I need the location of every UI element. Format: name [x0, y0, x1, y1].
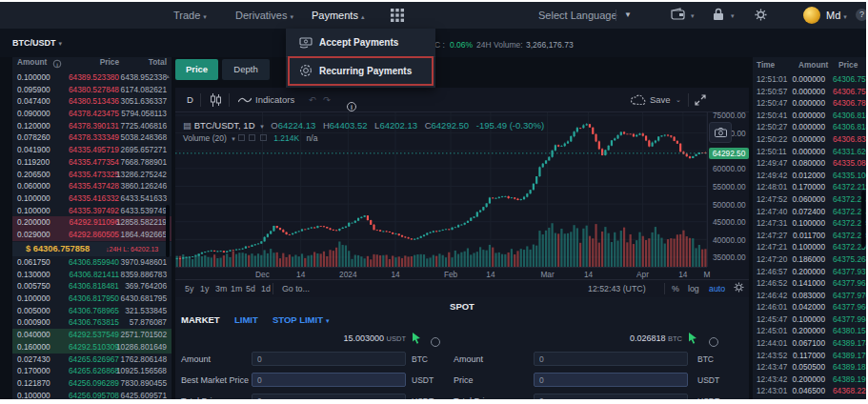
tab-price[interactable]: Price	[175, 59, 218, 80]
buy-price-input[interactable]	[252, 373, 406, 387]
unit-label: BTC	[412, 354, 428, 364]
range-button-1m[interactable]: 1m	[231, 280, 242, 297]
scrollbar[interactable]	[166, 205, 170, 257]
cursor-pointer-icon	[688, 333, 698, 344]
sell-price-input[interactable]	[534, 373, 688, 387]
order-book-row[interactable]: 0.16000064292.51030910286.801649	[12, 341, 172, 354]
info-icon[interactable]	[709, 333, 718, 351]
scroll-up-icon[interactable]: ▲	[165, 73, 171, 79]
help-icon[interactable]: ?	[856, 9, 866, 21]
lock-icon[interactable]	[713, 8, 724, 21]
order-book-row[interactable]: 0.11920064335.4773547668.788901	[12, 156, 172, 169]
tab-stop-limit[interactable]: STOP LIMIT▾	[273, 314, 329, 325]
asks-list: 0.10000064389.5233806438.9523380.0959006…	[12, 71, 172, 241]
order-book-row[interactable]: 0.20000064292.91109612858.582219	[12, 216, 172, 229]
goto-button[interactable]: Go to...	[282, 280, 310, 297]
order-book-row[interactable]: 0.10000064256.0957086425.609571	[12, 390, 172, 399]
order-book-row[interactable]: 0.12187064256.0962897830.890455	[12, 377, 172, 390]
buy-total-input[interactable]	[252, 394, 406, 399]
order-book-row[interactable]: 0.20650064335.47332513286.275242	[12, 169, 172, 181]
order-book-row[interactable]: 0.04740064380.5134363051.636337	[12, 95, 172, 108]
clock[interactable]: 12:52:43 (UTC)	[588, 280, 646, 297]
close-icon[interactable]	[260, 134, 267, 141]
candle-style-icon[interactable]	[210, 93, 222, 107]
order-book-row[interactable]: 0.09000064378.4234755794.058113	[12, 108, 172, 120]
sell-amount-input[interactable]	[534, 352, 688, 366]
undo-icon[interactable]: ↶	[309, 88, 316, 112]
info-icon[interactable]: i	[431, 333, 440, 351]
menu-item-accept-payments[interactable]: Accept Payments	[286, 29, 435, 57]
divider	[273, 283, 273, 294]
buy-amount-input[interactable]	[252, 352, 406, 366]
order-book-row[interactable]: 0.09590064380.5278486174.082621	[12, 84, 172, 96]
change-value: -195.49 (-0.30%)	[476, 120, 544, 131]
order-book-row[interactable]: 0.06000064335.4374283860.126246	[12, 180, 172, 192]
select-language[interactable]: Select Language	[538, 2, 617, 29]
order-book-row[interactable]: 0.07826064378.3333495038.248368	[12, 131, 172, 144]
order-book-row[interactable]: 0.12000064378.3901317725.406816	[12, 120, 172, 132]
range-button-5d[interactable]: 5d	[246, 280, 255, 297]
nav-payments[interactable]: Payments▴	[312, 2, 364, 29]
divider	[616, 10, 616, 21]
language-caret-icon[interactable]: ▼	[624, 2, 632, 29]
fullscreen-icon[interactable]	[695, 94, 706, 106]
trade-row: 12:47:270.01170064372.249898	[753, 230, 866, 242]
time-axis[interactable]: Dec14202414Feb14Mar14Apr14M	[175, 267, 707, 279]
percent-scale-button[interactable]: %	[672, 280, 679, 297]
divider	[688, 93, 689, 107]
price-axis-label: 60000.00	[713, 164, 746, 173]
scrollbar[interactable]	[861, 191, 865, 248]
screenshot-frame: Trade▾ Derivatives▾ Payments▴ Select Lan…	[0, 0, 868, 404]
eye-icon[interactable]	[238, 134, 245, 141]
interval-button[interactable]: D	[187, 88, 193, 112]
wallet-icon[interactable]	[671, 8, 685, 20]
screenshot-camera-icon[interactable]	[709, 122, 732, 143]
pair-selector[interactable]: BTC/USDT▾	[12, 38, 62, 48]
settings-gear-icon[interactable]	[755, 9, 767, 21]
order-book-row[interactable]: 0.10000064306.8179506430.681795	[12, 293, 172, 305]
menu-item-recurring-payments[interactable]: Recurring Payments	[286, 57, 435, 84]
order-book-row[interactable]: 0.04190064335.4957192695.657271	[12, 144, 172, 156]
order-book-row[interactable]: 0.00575064306.818481369.764206	[12, 280, 172, 293]
order-book-row[interactable]: 0.00500064306.768965321.533845	[12, 305, 172, 317]
accept-payments-icon	[298, 35, 313, 50]
order-book-row[interactable]: 0.04000064292.5375492571.701502	[12, 329, 172, 341]
user-menu[interactable]: Md▾	[826, 2, 847, 29]
collapse-icon[interactable]: ▤	[183, 120, 194, 131]
auto-scale-button[interactable]: auto	[709, 280, 725, 297]
range-button-1y[interactable]: 1y	[200, 280, 209, 297]
order-book-row[interactable]: 0.17000064265.62686810925.156568	[12, 365, 172, 377]
order-book-row[interactable]: 0.06175064306.8599403970.948601	[12, 256, 172, 269]
settings-icon[interactable]	[249, 134, 255, 141]
unit-label: USDT	[412, 396, 434, 399]
indicators-button[interactable]: Indicators	[255, 88, 294, 112]
order-book-row[interactable]: 0.02900064292.8605051864.492665	[12, 229, 172, 241]
nav-trade[interactable]: Trade▾	[173, 2, 207, 29]
user-avatar[interactable]	[803, 7, 820, 24]
nav-derivatives[interactable]: Derivatives▾	[235, 2, 293, 29]
time-axis-label: 14	[486, 270, 495, 279]
tab-market[interactable]: MARKET	[181, 314, 220, 325]
range-button-3m[interactable]: 3m	[215, 280, 227, 297]
range-button-1d[interactable]: 1d	[261, 280, 271, 297]
price-axis-label: 35000.00	[713, 252, 746, 262]
order-book-row[interactable]: 0.13000064306.8214118359.886783	[12, 269, 172, 281]
order-book-row[interactable]: 0.10000064389.5233806438.952338	[12, 71, 172, 84]
save-button[interactable]: Save	[650, 88, 671, 112]
order-book-row[interactable]: 0.10000064335.4163326433.541633	[12, 192, 172, 205]
sell-total-input[interactable]	[534, 394, 688, 399]
redo-icon[interactable]: ↷	[323, 88, 331, 112]
chevron-down-icon: ▾	[731, 12, 735, 20]
order-book-row[interactable]: 0.10000064335.3974926433.539749	[12, 205, 172, 217]
order-book-row[interactable]: 0.00090064306.76381557.876087	[12, 316, 172, 329]
tab-depth[interactable]: Depth	[222, 59, 270, 80]
exchange-app: Trade▾ Derivatives▾ Payments▴ Select Lan…	[0, 2, 866, 399]
menu-item-label: Accept Payments	[319, 37, 398, 48]
log-scale-button[interactable]: log	[688, 280, 699, 297]
trade-row: 12:48:010.17000064372.211787	[753, 181, 866, 193]
last-price-row[interactable]: $ 64306.757858 ↓24H L: 64202.13	[12, 242, 172, 256]
tab-limit[interactable]: LIMIT	[234, 314, 258, 325]
order-book-row[interactable]: 0.02743064265.6269671762.806148	[12, 354, 172, 366]
range-button-5y[interactable]: 5y	[185, 280, 193, 297]
apps-grid-icon[interactable]	[391, 9, 404, 22]
